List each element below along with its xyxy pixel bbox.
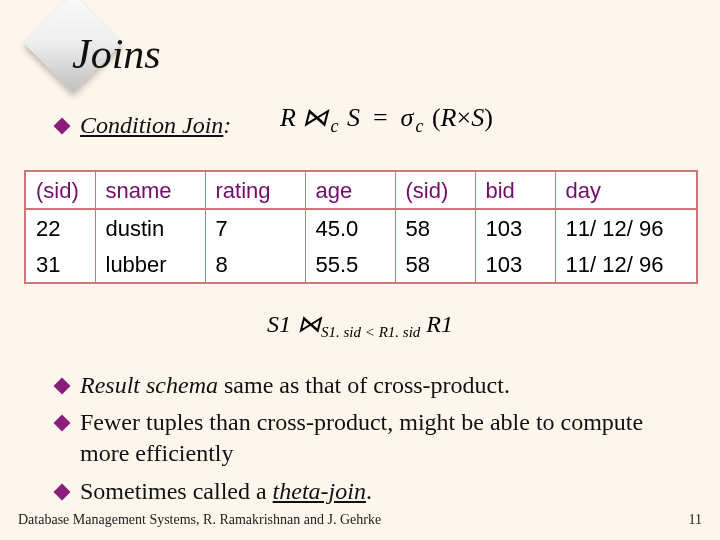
times-icon: ×	[456, 103, 471, 132]
eq: =	[373, 103, 388, 132]
page-number: 11	[689, 512, 702, 528]
join-condition: S1. sid < R1. sid	[321, 324, 420, 340]
cell: 22	[25, 209, 95, 246]
theta-join-label: theta-join	[273, 478, 366, 504]
rparen: )	[484, 103, 493, 132]
ital-part: Result schema	[80, 372, 218, 398]
cell: 45.0	[305, 209, 395, 246]
sym-R1: R1	[426, 311, 453, 337]
cell: 58	[395, 246, 475, 283]
condition-join-label: Condition Join	[80, 112, 223, 138]
slide-footer: Database Management Systems, R. Ramakris…	[18, 512, 702, 528]
cell: 103	[475, 209, 555, 246]
post-part: .	[366, 478, 372, 504]
sym-R: R	[280, 103, 296, 132]
slide-title: Joins	[72, 30, 161, 78]
col-sid2: (sid)	[395, 171, 475, 209]
col-rating: rating	[205, 171, 305, 209]
sub-c1: c	[328, 116, 340, 136]
cell: dustin	[95, 209, 205, 246]
formula-condition-join: R ⋈c S = σc (R×S)	[280, 102, 493, 137]
cell: 55.5	[305, 246, 395, 283]
bullet-text: Result schema same as that of cross-prod…	[80, 370, 510, 401]
sym-S: S	[347, 103, 360, 132]
table-row: 22 dustin 7 45.0 58 103 11/ 12/ 96	[25, 209, 697, 246]
cell: 11/ 12/ 96	[555, 209, 697, 246]
lparen: (	[432, 103, 441, 132]
table-header-row: (sid) sname rating age (sid) bid day	[25, 171, 697, 209]
join-icon: ⋈	[297, 311, 321, 337]
rest-part: same as that of cross-product.	[218, 372, 510, 398]
cell: 7	[205, 209, 305, 246]
table-row: 31 lubber 8 55.5 58 103 11/ 12/ 96	[25, 246, 697, 283]
bottom-bullet-area: Result schema same as that of cross-prod…	[56, 370, 676, 513]
cell: lubber	[95, 246, 205, 283]
sym-S1: S1	[267, 311, 291, 337]
sym-Rx: R	[441, 103, 457, 132]
cell: 58	[395, 209, 475, 246]
pre-part: Sometimes called a	[80, 478, 273, 504]
col-sid1: (sid)	[25, 171, 95, 209]
formula-example-join: S1 ⋈S1. sid < R1. sid R1	[0, 310, 720, 341]
bullet-fewer-tuples: Fewer tuples than cross-product, might b…	[56, 407, 676, 469]
bullet-theta-join: Sometimes called a theta-join.	[56, 476, 676, 507]
result-table: (sid) sname rating age (sid) bid day 22 …	[24, 170, 696, 284]
colon: :	[223, 112, 231, 138]
join-icon: ⋈	[302, 103, 328, 132]
cell: 103	[475, 246, 555, 283]
diamond-bullet-icon	[54, 378, 71, 395]
cell: 31	[25, 246, 95, 283]
col-bid: bid	[475, 171, 555, 209]
bullet-text: Fewer tuples than cross-product, might b…	[80, 407, 676, 469]
bullet-result-schema: Result schema same as that of cross-prod…	[56, 370, 676, 401]
diamond-bullet-icon	[54, 118, 71, 135]
cell: 11/ 12/ 96	[555, 246, 697, 283]
footer-left: Database Management Systems, R. Ramakris…	[18, 512, 381, 528]
diamond-bullet-icon	[54, 483, 71, 500]
cell: 8	[205, 246, 305, 283]
bullet-text: Sometimes called a theta-join.	[80, 476, 372, 507]
diamond-bullet-icon	[54, 415, 71, 432]
sigma-icon: σ	[401, 103, 414, 132]
col-age: age	[305, 171, 395, 209]
sub-c2: c	[413, 116, 425, 136]
sym-Sx: S	[471, 103, 484, 132]
col-day: day	[555, 171, 697, 209]
col-sname: sname	[95, 171, 205, 209]
bullet-text: Condition Join:	[80, 110, 231, 141]
